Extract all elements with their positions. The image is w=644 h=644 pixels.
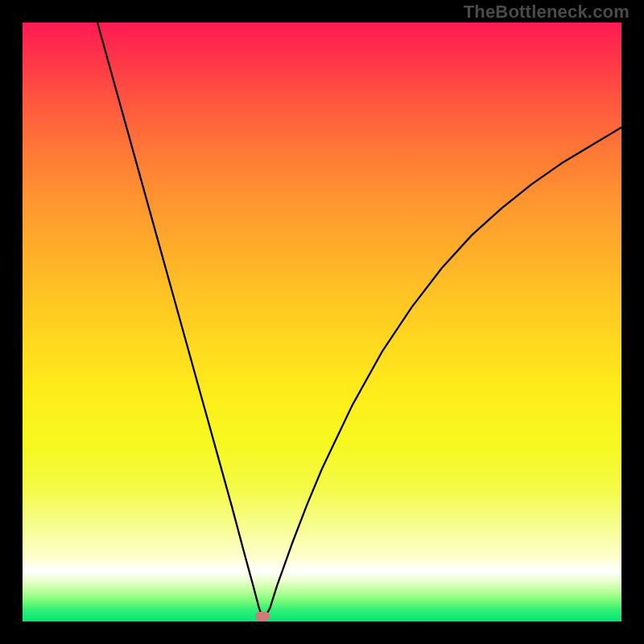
bottleneck-curve-svg bbox=[23, 23, 621, 621]
bottleneck-curve bbox=[97, 23, 621, 617]
optimal-point-marker bbox=[255, 612, 270, 621]
watermark-text: TheBottleneck.com bbox=[464, 2, 630, 23]
plot-area bbox=[23, 23, 621, 621]
chart-frame: TheBottleneck.com bbox=[0, 0, 644, 644]
